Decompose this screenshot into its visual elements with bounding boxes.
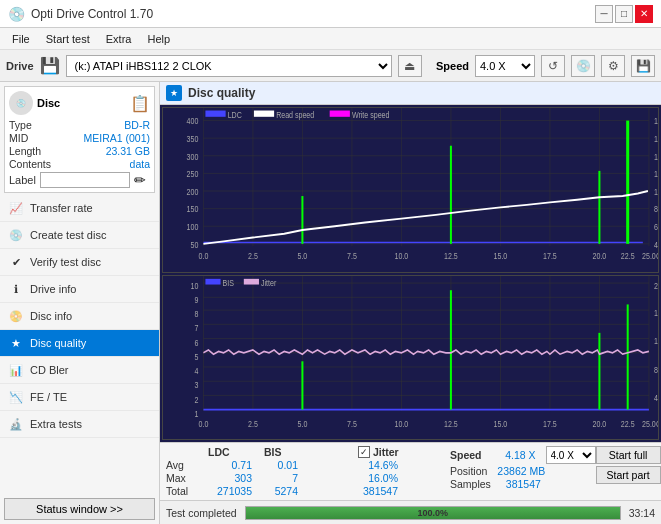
- max-jitter: 16.0%: [358, 472, 398, 484]
- disc-contents-value: data: [130, 158, 150, 170]
- start-full-button[interactable]: Start full: [596, 446, 661, 464]
- svg-text:25.0: 25.0: [642, 251, 656, 261]
- save-button[interactable]: 💾: [631, 55, 655, 77]
- svg-text:4: 4: [194, 364, 198, 376]
- svg-text:16%: 16%: [654, 306, 658, 318]
- status-window-button[interactable]: Status window >>: [4, 498, 155, 520]
- avg-ldc: 0.71: [202, 459, 252, 471]
- svg-text:2.5: 2.5: [248, 251, 258, 261]
- svg-text:15.0: 15.0: [494, 251, 508, 261]
- max-label: Max: [166, 472, 196, 484]
- refresh-button[interactable]: ↺: [541, 55, 565, 77]
- svg-text:12.5: 12.5: [444, 251, 458, 261]
- svg-text:10: 10: [190, 279, 198, 291]
- disc-detail-icon: 📋: [130, 94, 150, 113]
- position-label: Position: [450, 465, 487, 477]
- jitter-checkbox[interactable]: [358, 446, 370, 458]
- svg-text:0.0: 0.0: [199, 251, 209, 261]
- create-test-disc-icon: 💿: [8, 227, 24, 243]
- nav-item-transfer-rate[interactable]: 📈 Transfer rate: [0, 195, 159, 222]
- total-bis: 5274: [258, 485, 298, 497]
- disc-label-input[interactable]: [40, 172, 130, 188]
- speed-label: Speed: [436, 60, 469, 72]
- svg-text:7: 7: [194, 322, 198, 334]
- minimize-button[interactable]: ─: [595, 5, 613, 23]
- nav-item-fe-te[interactable]: 📉 FE / TE: [0, 384, 159, 411]
- start-part-button[interactable]: Start part: [596, 466, 661, 484]
- jitter-checkbox-area[interactable]: Jitter: [358, 446, 399, 458]
- disc-button[interactable]: 💿: [571, 55, 595, 77]
- svg-text:4X: 4X: [654, 240, 658, 250]
- nav-item-extra-tests[interactable]: 🔬 Extra tests: [0, 411, 159, 438]
- nav-label-drive-info: Drive info: [30, 283, 76, 295]
- nav-label-disc-info: Disc info: [30, 310, 72, 322]
- menu-bar: File Start test Extra Help: [0, 28, 661, 50]
- drive-label: Drive: [6, 60, 34, 72]
- svg-text:17.5: 17.5: [543, 417, 557, 429]
- svg-text:8X: 8X: [654, 205, 658, 215]
- menu-extra[interactable]: Extra: [98, 31, 140, 47]
- svg-text:BIS: BIS: [223, 276, 235, 288]
- menu-file[interactable]: File: [4, 31, 38, 47]
- nav-label-transfer-rate: Transfer rate: [30, 202, 93, 214]
- disc-length-label: Length: [9, 145, 41, 157]
- bis-col-header: BIS: [264, 446, 304, 458]
- content-area: ★ Disc quality: [160, 82, 661, 524]
- avg-label: Avg: [166, 459, 196, 471]
- svg-text:20%: 20%: [654, 279, 658, 291]
- ldc-chart-svg: 400 350 300 250 200 150 100 50 18X 16X 1…: [163, 108, 658, 272]
- nav-item-disc-info[interactable]: 📀 Disc info: [0, 303, 159, 330]
- disc-mid-value: MEIRA1 (001): [83, 132, 150, 144]
- progress-area: Test completed 100.0% 33:14: [160, 500, 661, 524]
- disc-panel: 💿 Disc 📋 Type BD-R MID MEIRA1 (001) Leng…: [4, 86, 155, 193]
- speed-col-header: Speed: [450, 449, 482, 461]
- disc-quality-header: ★ Disc quality: [160, 82, 661, 105]
- nav-item-drive-info[interactable]: ℹ Drive info: [0, 276, 159, 303]
- avg-jitter: 14.6%: [358, 459, 398, 471]
- svg-text:8: 8: [194, 308, 198, 320]
- speed-dropdown[interactable]: 4.0 X: [546, 446, 596, 464]
- svg-text:GB: GB: [656, 417, 658, 429]
- config-button[interactable]: ⚙: [601, 55, 625, 77]
- disc-quality-header-icon: ★: [166, 85, 182, 101]
- svg-text:12.5: 12.5: [444, 417, 458, 429]
- eject-button[interactable]: ⏏: [398, 55, 422, 77]
- nav-items: 📈 Transfer rate 💿 Create test disc ✔ Ver…: [0, 195, 159, 494]
- disc-label-edit-icon[interactable]: ✏: [134, 172, 146, 188]
- total-samples: 381547: [358, 485, 398, 497]
- nav-item-disc-quality[interactable]: ★ Disc quality: [0, 330, 159, 357]
- svg-text:200: 200: [187, 187, 199, 197]
- svg-rect-0: [163, 108, 658, 272]
- nav-item-cd-bler[interactable]: 📊 CD Bler: [0, 357, 159, 384]
- menu-start-test[interactable]: Start test: [38, 31, 98, 47]
- bis-chart: 10 9 8 7 6 5 4 3 2 1 20% 16% 12% 8% 4%: [162, 275, 659, 441]
- svg-text:6X: 6X: [654, 222, 658, 232]
- svg-rect-111: [244, 278, 259, 284]
- nav-item-create-test-disc[interactable]: 💿 Create test disc: [0, 222, 159, 249]
- svg-text:50: 50: [190, 240, 198, 250]
- svg-text:12%: 12%: [654, 335, 658, 347]
- svg-text:0.0: 0.0: [198, 417, 208, 429]
- svg-text:10.0: 10.0: [395, 251, 409, 261]
- svg-rect-55: [330, 111, 350, 117]
- svg-text:10X: 10X: [654, 187, 658, 197]
- svg-rect-109: [205, 278, 220, 284]
- menu-help[interactable]: Help: [139, 31, 178, 47]
- progress-percentage: 100.0%: [417, 508, 448, 518]
- speed-selector[interactable]: 4.0 X: [475, 55, 535, 77]
- transfer-rate-icon: 📈: [8, 200, 24, 216]
- app-title: Opti Drive Control 1.70: [31, 7, 153, 21]
- maximize-button[interactable]: □: [615, 5, 633, 23]
- nav-label-extra-tests: Extra tests: [30, 418, 82, 430]
- max-position: 23862 MB: [497, 465, 545, 477]
- disc-contents-label: Contents: [9, 158, 51, 170]
- fe-te-icon: 📉: [8, 389, 24, 405]
- total-samples-2: 381547: [501, 478, 541, 490]
- svg-text:Write speed: Write speed: [352, 110, 390, 120]
- nav-item-verify-test-disc[interactable]: ✔ Verify test disc: [0, 249, 159, 276]
- drive-selector[interactable]: (k:) ATAPI iHBS112 2 CLOK: [66, 55, 392, 77]
- svg-text:7.5: 7.5: [347, 251, 357, 261]
- title-bar: 💿 Opti Drive Control 1.70 ─ □ ✕: [0, 0, 661, 28]
- elapsed-time: 33:14: [629, 507, 655, 519]
- close-button[interactable]: ✕: [635, 5, 653, 23]
